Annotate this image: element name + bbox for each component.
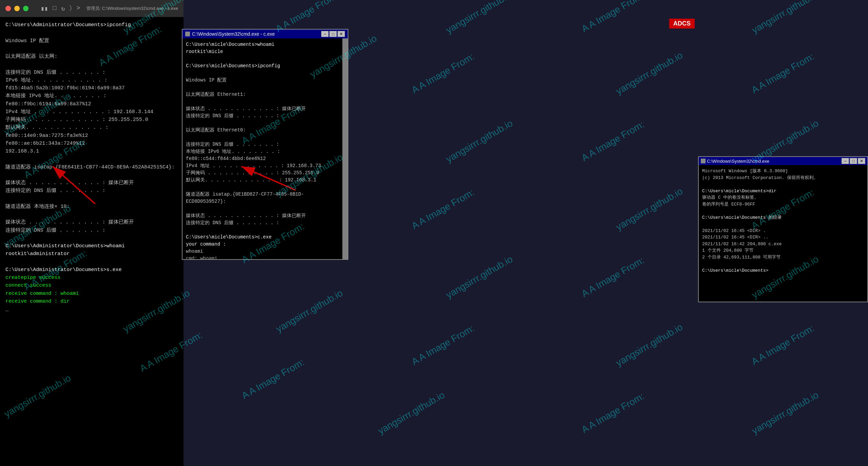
watermark-30: yangsirrr.github.io <box>750 0 820 36</box>
mac-terminal-line-21 <box>5 211 178 218</box>
cmd-center-line-11 <box>186 120 339 127</box>
cmd-center-line-0: C:\Users\micle\Documents>whoami <box>186 41 339 48</box>
mac-titlebar: ▮▮ □ ↻ 〉 > 管理员: C:\Windows\system32\cmd.… <box>0 0 184 17</box>
cmd-center-line-19 <box>186 184 339 191</box>
cmd-right-body: Microsoft Windows [版本 6.3.9600](c) 2013 … <box>699 165 867 302</box>
cmd-center-line-23: 连接特定的 DNS 后缀 . . . . . . . : <box>186 219 339 227</box>
mac-terminal-line-10: 子网掩码 . . . . . . . . . . . . : 255.255.2… <box>5 116 178 124</box>
cmd-right-title: C:\Windows\System32\cmd.exe <box>707 159 840 164</box>
cmd-center-line-20: 隧道适配器 isatap.{0E1BD827-CF77-4F85-8B1D-EC… <box>186 191 339 205</box>
cmd-center-body: C:\Users\micle\Documents>whoamirootkit\m… <box>183 38 342 259</box>
watermark-23: A A Image From: <box>580 0 646 35</box>
watermark-26: yangsirrr.github.io <box>614 186 684 233</box>
mac-terminal-line-29: createpipe success <box>5 274 178 282</box>
watermark-15: A A Image From: <box>240 357 306 401</box>
mac-terminal-line-28: C:\Users\Administrator\Documents>s.exe <box>5 266 178 274</box>
mac-terminal-line-7: IPv6 地址. . . . . . . . . . . . : fd15:4b… <box>5 76 178 92</box>
mac-terminal-line-5 <box>5 60 178 68</box>
watermark-18: yangsirrr.github.io <box>444 118 515 165</box>
cmd-center-line-21 <box>186 205 339 212</box>
mac-terminal-line-27 <box>5 258 178 266</box>
maximize-button[interactable] <box>23 6 29 11</box>
cmd-center-line-12: 以太网适配器 Ethernet0: <box>186 127 339 134</box>
mac-terminal-line-9: IPv4 地址 . . . . . . . . . . . . : 192.16… <box>5 108 178 116</box>
mac-terminal-line-33: _ <box>5 305 178 313</box>
watermark-28: yangsirrr.github.io <box>614 322 684 369</box>
cmd-center-title: C:\Windows\System32\cmd.exe - c.exe <box>192 31 319 37</box>
mac-terminal-line-4: 以太网适配器 以太网: <box>5 53 178 60</box>
cmd-right-line-15: C:\Users\micle\Documents> <box>702 267 864 274</box>
close-button[interactable] <box>5 6 11 11</box>
mac-terminal-line-17: 媒体状态 . . . . . . . . . . . . : 媒体已断开 <box>5 179 178 187</box>
cmd-center-close[interactable]: ✕ <box>337 31 345 37</box>
watermark-19: A A Image From: <box>410 187 476 231</box>
mac-terminal-line-25: C:\Users\Administrator\Documents>whoami <box>5 242 178 250</box>
mac-terminal-line-8: 本地链接 IPv6 地址. . . . . . . . : fe80::f9bc… <box>5 92 178 108</box>
cmd-center-line-16: IPv4 地址 . . . . . . . . . . . . : 192.16… <box>186 162 339 169</box>
mac-terminal-line-13: 192.168.3.1 <box>5 147 178 155</box>
cmd-center-scrollbar[interactable] <box>342 38 348 259</box>
mac-terminal-body: C:\Users\Administrator\Documents>ipconfi… <box>0 17 184 466</box>
mac-terminal-line-32: receive command : dir <box>5 298 178 305</box>
cmd-right-minimize[interactable]: – <box>841 158 849 164</box>
watermark-20: yangsirrr.github.io <box>444 254 515 301</box>
cmd-center-line-7: 以太网适配器 Ethernet1: <box>186 91 339 98</box>
cmd-center-minimize[interactable]: – <box>321 31 329 37</box>
mac-terminal-line-1 <box>5 29 178 37</box>
toolbar-icon-2[interactable]: □ <box>53 5 56 12</box>
cmd-right-line-7: C:\Users\micle\Documents 的目录 <box>702 214 864 221</box>
mac-terminal-line-6: 连接特定的 DNS 后缀 . . . . . . . : <box>5 69 178 76</box>
toolbar-icon-3[interactable]: ↻ <box>61 5 65 12</box>
toolbar-icon-5[interactable]: > <box>76 5 80 12</box>
mac-terminal-line-22: 媒体状态 . . . . . . . . . . . . : 媒体已断开 <box>5 218 178 226</box>
cmd-center-titlebar: C:\Windows\System32\cmd.exe - c.exe – □ … <box>183 30 348 38</box>
cmd-center-line-1: rootkit\micle <box>186 48 339 55</box>
watermark-36: yangsirrr.github.io <box>750 390 820 436</box>
mac-terminal-line-16 <box>5 171 178 179</box>
cmd-center-icon <box>185 32 190 36</box>
watermark-22: yangsirrr.github.io <box>376 390 447 436</box>
watermark-27: A A Image From: <box>580 255 646 299</box>
watermark-16: yangsirrr.github.io <box>444 0 515 36</box>
cmd-right-window: C:\Windows\System32\cmd.exe – □ ✕ Micros… <box>698 156 868 302</box>
mac-terminal-window: ▮▮ □ ↻ 〉 > 管理员: C:\Windows\system32\cmd.… <box>0 0 184 466</box>
mac-terminal-line-23: 连接特定的 DNS 后缀 . . . . . . . : <box>5 227 178 234</box>
cmd-right-close[interactable]: ✕ <box>858 158 865 164</box>
cmd-center-window: C:\Windows\System32\cmd.exe - c.exe – □ … <box>182 29 348 260</box>
mac-terminal-line-0: C:\Users\Administrator\Documents>ipconfi… <box>5 21 178 29</box>
cmd-right-line-2 <box>702 181 864 188</box>
cmd-right-titlebar: C:\Windows\System32\cmd.exe – □ ✕ <box>699 157 867 165</box>
watermark-29: A A Image From: <box>580 391 646 435</box>
watermark-24: yangsirrr.github.io <box>614 50 684 97</box>
mac-titlebar-text: 管理员: C:\Windows\system32\cmd.exe - s.exe <box>86 5 178 12</box>
cmd-center-line-15: 本地链接 IPv6 地址. . . . . . . . : fe80::c544… <box>186 148 339 162</box>
toolbar-icon-4[interactable]: 〉 <box>70 5 72 12</box>
mac-terminal-line-15: 隧道适配器 isatap.{F8E641E1-CB77-44CD-8E9A-45… <box>5 163 178 171</box>
cmd-right-line-11: 2021/11/02 16:42 204,800 c.exe <box>702 241 864 248</box>
cmd-center-line-8 <box>186 98 339 105</box>
cmd-center-line-18: 默认网关. . . . . . . . . . . . . : 192.168.… <box>186 177 339 184</box>
watermark-17: A A Image From: <box>410 51 476 95</box>
mac-terminal-line-18: 连接特定的 DNS 后缀 . . . . . . . : <box>5 187 178 195</box>
cmd-center-line-24 <box>186 227 339 234</box>
cmd-center-line-4 <box>186 70 339 77</box>
cmd-right-line-9: 2021/11/02 16:45 <DIR> . <box>702 228 864 234</box>
cmd-center-maximize[interactable]: □ <box>329 31 337 37</box>
minimize-button[interactable] <box>14 6 20 11</box>
mac-terminal-line-12: fe80::ae:6b21:343a:7249%12 <box>5 140 178 147</box>
mac-terminal-line-26: rootkit\administrator <box>5 250 178 258</box>
cmd-right-line-13: 2 个目录 42,693,111,808 可用字节 <box>702 254 864 261</box>
cmd-right-line-14 <box>702 261 864 267</box>
mac-terminal-line-20: 隧道适配器 本地连接× 10: <box>5 203 178 211</box>
cmd-center-line-28: cmd: whoami <box>186 255 339 259</box>
cmd-right-line-4: 驱动器 C 中的卷没有标签。 <box>702 194 864 201</box>
cmd-right-maximize[interactable]: □ <box>850 158 857 164</box>
toolbar-icon-1[interactable]: ▮▮ <box>41 5 48 12</box>
cmd-right-icon <box>701 159 706 163</box>
cmd-center-line-3: C:\Users\micle\Documents>ipconfig <box>186 62 339 70</box>
cmd-right-line-1: (c) 2013 Microsoft Corporation. 保留所有权利。 <box>702 175 864 181</box>
cmd-right-line-5: 卷的序列号是 ECF8-96FF <box>702 201 864 208</box>
mac-terminal-line-14 <box>5 155 178 163</box>
mac-terminal-line-30: connect success <box>5 282 178 289</box>
cmd-center-line-26: your command : <box>186 241 339 248</box>
